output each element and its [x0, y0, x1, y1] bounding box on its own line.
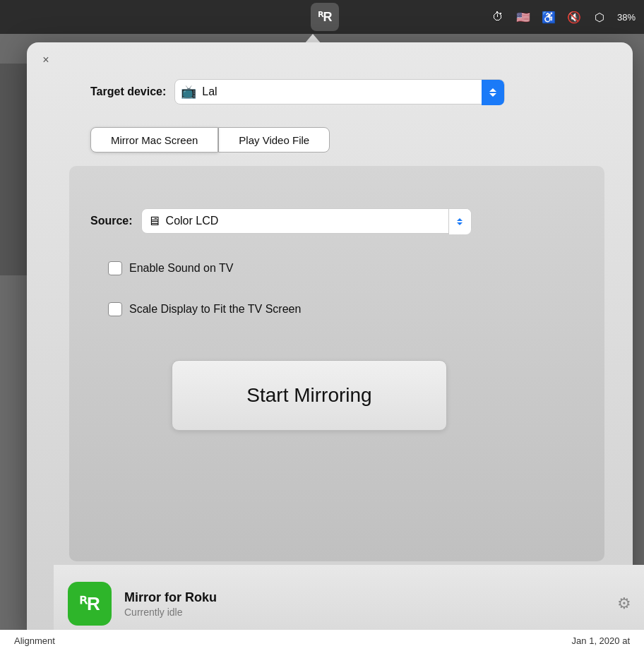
- close-icon: ×: [42, 54, 49, 66]
- tab-play-video-label: Play Video File: [239, 134, 309, 146]
- accessibility-icon[interactable]: ♿: [541, 9, 556, 25]
- date-label: Jan 1, 2020 at: [572, 635, 630, 646]
- rr-logo-icon: ᴿR: [318, 9, 333, 25]
- source-arrow-down-icon: [457, 222, 463, 225]
- menubar: ᴿR ⏱ 🇺🇸 ♿ 🔇 ⬡ 38%: [0, 0, 644, 34]
- app-icon-logo: ᴿR: [79, 593, 100, 615]
- gear-icon[interactable]: ⚙: [614, 594, 634, 614]
- alignment-label: Alignment: [14, 635, 55, 646]
- source-select-arrows: [448, 209, 471, 234]
- tab-play-video[interactable]: Play Video File: [218, 127, 330, 153]
- enable-sound-label: Enable Sound on TV: [129, 262, 233, 275]
- source-label: Source:: [90, 215, 133, 227]
- scale-display-label: Scale Display to Fit the TV Screen: [129, 303, 301, 316]
- start-mirroring-button[interactable]: Start Mirroring: [172, 360, 447, 431]
- target-device-row: Target device: 📺 Lal: [90, 79, 505, 104]
- scale-display-row: Scale Display to Fit the TV Screen: [108, 302, 301, 316]
- tab-row: Mirror Mac Screen Play Video File: [90, 127, 330, 153]
- start-mirroring-label: Start Mirroring: [246, 384, 371, 407]
- source-row: Source: 🖥 Color LCD: [90, 208, 472, 234]
- scale-display-checkbox[interactable]: [108, 302, 122, 316]
- device-select-arrows: [482, 80, 504, 105]
- monitor-icon: 🖥: [148, 214, 160, 229]
- tv-icon: 📺: [181, 84, 196, 100]
- battery-level: 38%: [617, 12, 636, 23]
- app-icon: ᴿR: [68, 582, 112, 626]
- main-popup: × Target device: 📺 Lal Mirror Mac Screen…: [27, 42, 633, 643]
- close-button[interactable]: ×: [38, 52, 54, 68]
- app-info: Mirror for Roku Currently idle: [124, 590, 602, 618]
- app-status: Currently idle: [124, 607, 602, 618]
- target-device-select[interactable]: 📺 Lal: [174, 79, 505, 104]
- source-value: Color LCD: [166, 215, 219, 227]
- arrow-up-icon: [489, 88, 496, 92]
- arrow-down-icon: [489, 93, 496, 97]
- target-device-label: Target device:: [90, 85, 166, 98]
- background-bottom-bar: Alignment Jan 1, 2020 at: [0, 630, 644, 651]
- app-menu-icon[interactable]: ᴿR: [311, 3, 339, 31]
- tab-mirror-mac-label: Mirror Mac Screen: [111, 134, 198, 146]
- enable-sound-checkbox[interactable]: [108, 261, 122, 275]
- app-name: Mirror for Roku: [124, 590, 602, 605]
- mute-icon[interactable]: 🔇: [566, 9, 582, 25]
- bluetooth-icon[interactable]: ⬡: [592, 9, 607, 25]
- time-machine-icon[interactable]: ⏱: [490, 9, 506, 25]
- tab-mirror-mac[interactable]: Mirror Mac Screen: [90, 127, 218, 153]
- flag-icon[interactable]: 🇺🇸: [515, 9, 531, 25]
- source-arrow-up-icon: [457, 218, 463, 221]
- target-device-value: Lal: [202, 85, 217, 98]
- bg-sidebar: [0, 64, 28, 275]
- enable-sound-row: Enable Sound on TV: [108, 261, 233, 275]
- source-select[interactable]: 🖥 Color LCD: [141, 208, 472, 234]
